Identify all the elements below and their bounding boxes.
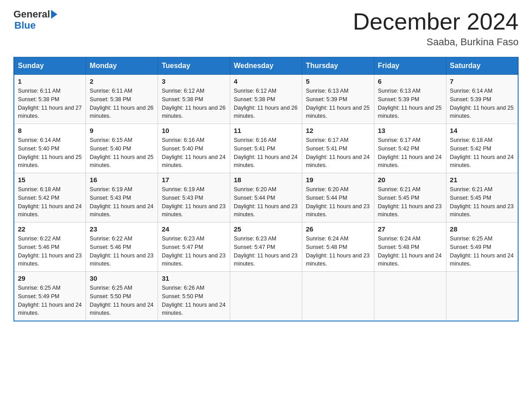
- logo-text-general: General: [13, 9, 50, 20]
- title-block: December 2024 Saaba, Burkina Faso: [353, 9, 519, 48]
- calendar-cell: 19Sunrise: 6:20 AMSunset: 5:44 PMDayligh…: [302, 173, 374, 223]
- day-number: 29: [18, 274, 82, 282]
- day-info: Sunrise: 6:17 AMSunset: 5:41 PMDaylight:…: [306, 136, 370, 170]
- header-saturday: Saturday: [446, 57, 518, 75]
- day-info: Sunrise: 6:17 AMSunset: 5:42 PMDaylight:…: [378, 136, 442, 170]
- calendar-cell: [446, 272, 518, 321]
- day-info: Sunrise: 6:25 AMSunset: 5:50 PMDaylight:…: [90, 284, 154, 317]
- calendar-cell: 5Sunrise: 6:13 AMSunset: 5:39 PMDaylight…: [302, 75, 374, 124]
- calendar-cell: 23Sunrise: 6:22 AMSunset: 5:46 PMDayligh…: [86, 223, 158, 272]
- day-info: Sunrise: 6:22 AMSunset: 5:46 PMDaylight:…: [18, 235, 82, 268]
- day-number: 24: [162, 225, 226, 233]
- day-number: 28: [450, 225, 514, 233]
- header-monday: Monday: [86, 57, 158, 75]
- day-number: 9: [90, 127, 154, 134]
- calendar-cell: 2Sunrise: 6:11 AMSunset: 5:38 PMDaylight…: [86, 75, 158, 124]
- calendar-cell: 22Sunrise: 6:22 AMSunset: 5:46 PMDayligh…: [14, 223, 86, 272]
- day-number: 4: [234, 77, 298, 85]
- day-info: Sunrise: 6:14 AMSunset: 5:40 PMDaylight:…: [18, 136, 82, 170]
- calendar-cell: 1Sunrise: 6:11 AMSunset: 5:38 PMDaylight…: [14, 75, 86, 124]
- day-number: 8: [18, 127, 82, 134]
- calendar-cell: 30Sunrise: 6:25 AMSunset: 5:50 PMDayligh…: [86, 272, 158, 321]
- calendar-cell: 26Sunrise: 6:24 AMSunset: 5:48 PMDayligh…: [302, 223, 374, 272]
- day-number: 7: [450, 77, 514, 85]
- calendar-cell: 21Sunrise: 6:21 AMSunset: 5:45 PMDayligh…: [446, 173, 518, 223]
- day-number: 21: [450, 176, 514, 184]
- day-number: 13: [378, 127, 442, 134]
- day-number: 1: [18, 77, 82, 85]
- calendar-table: SundayMondayTuesdayWednesdayThursdayFrid…: [13, 57, 519, 321]
- calendar-body: 1Sunrise: 6:11 AMSunset: 5:38 PMDaylight…: [14, 75, 518, 321]
- day-info: Sunrise: 6:12 AMSunset: 5:38 PMDaylight:…: [234, 87, 298, 120]
- calendar-cell: 31Sunrise: 6:26 AMSunset: 5:50 PMDayligh…: [158, 272, 230, 321]
- calendar-cell: 17Sunrise: 6:19 AMSunset: 5:43 PMDayligh…: [158, 173, 230, 223]
- day-info: Sunrise: 6:26 AMSunset: 5:50 PMDaylight:…: [162, 284, 226, 317]
- day-info: Sunrise: 6:24 AMSunset: 5:48 PMDaylight:…: [378, 235, 442, 268]
- calendar-cell: 27Sunrise: 6:24 AMSunset: 5:48 PMDayligh…: [374, 223, 446, 272]
- calendar-cell: 10Sunrise: 6:16 AMSunset: 5:40 PMDayligh…: [158, 124, 230, 173]
- day-number: 2: [90, 77, 154, 85]
- day-info: Sunrise: 6:19 AMSunset: 5:43 PMDaylight:…: [90, 185, 154, 219]
- calendar-cell: 18Sunrise: 6:20 AMSunset: 5:44 PMDayligh…: [230, 173, 302, 223]
- logo: General Blue: [13, 9, 57, 31]
- day-number: 31: [162, 274, 226, 282]
- day-info: Sunrise: 6:20 AMSunset: 5:44 PMDaylight:…: [234, 185, 298, 219]
- header-sunday: Sunday: [14, 57, 86, 75]
- calendar-cell: 16Sunrise: 6:19 AMSunset: 5:43 PMDayligh…: [86, 173, 158, 223]
- day-info: Sunrise: 6:13 AMSunset: 5:39 PMDaylight:…: [378, 87, 442, 120]
- calendar-cell: 20Sunrise: 6:21 AMSunset: 5:45 PMDayligh…: [374, 173, 446, 223]
- day-info: Sunrise: 6:18 AMSunset: 5:42 PMDaylight:…: [18, 185, 82, 219]
- calendar-cell: 28Sunrise: 6:25 AMSunset: 5:49 PMDayligh…: [446, 223, 518, 272]
- day-info: Sunrise: 6:13 AMSunset: 5:39 PMDaylight:…: [306, 87, 370, 120]
- calendar-cell: 29Sunrise: 6:25 AMSunset: 5:49 PMDayligh…: [14, 272, 86, 321]
- day-info: Sunrise: 6:23 AMSunset: 5:47 PMDaylight:…: [234, 235, 298, 268]
- header-row: SundayMondayTuesdayWednesdayThursdayFrid…: [14, 57, 518, 75]
- day-info: Sunrise: 6:24 AMSunset: 5:48 PMDaylight:…: [306, 235, 370, 268]
- calendar-cell: 15Sunrise: 6:18 AMSunset: 5:42 PMDayligh…: [14, 173, 86, 223]
- day-info: Sunrise: 6:11 AMSunset: 5:38 PMDaylight:…: [18, 87, 82, 120]
- day-info: Sunrise: 6:14 AMSunset: 5:39 PMDaylight:…: [450, 87, 514, 120]
- day-number: 20: [378, 176, 442, 184]
- day-number: 30: [90, 274, 154, 282]
- day-info: Sunrise: 6:23 AMSunset: 5:47 PMDaylight:…: [162, 235, 226, 268]
- calendar-cell: 4Sunrise: 6:12 AMSunset: 5:38 PMDaylight…: [230, 75, 302, 124]
- day-info: Sunrise: 6:19 AMSunset: 5:43 PMDaylight:…: [162, 185, 226, 219]
- calendar-cell: 13Sunrise: 6:17 AMSunset: 5:42 PMDayligh…: [374, 124, 446, 173]
- week-row-5: 29Sunrise: 6:25 AMSunset: 5:49 PMDayligh…: [14, 272, 518, 321]
- calendar-cell: 24Sunrise: 6:23 AMSunset: 5:47 PMDayligh…: [158, 223, 230, 272]
- header-friday: Friday: [374, 57, 446, 75]
- calendar-cell: 7Sunrise: 6:14 AMSunset: 5:39 PMDaylight…: [446, 75, 518, 124]
- day-number: 25: [234, 225, 298, 233]
- day-info: Sunrise: 6:21 AMSunset: 5:45 PMDaylight:…: [450, 185, 514, 219]
- day-info: Sunrise: 6:25 AMSunset: 5:49 PMDaylight:…: [450, 235, 514, 268]
- day-number: 5: [306, 77, 370, 85]
- day-info: Sunrise: 6:20 AMSunset: 5:44 PMDaylight:…: [306, 185, 370, 219]
- week-row-3: 15Sunrise: 6:18 AMSunset: 5:42 PMDayligh…: [14, 173, 518, 223]
- header-thursday: Thursday: [302, 57, 374, 75]
- calendar-cell: 12Sunrise: 6:17 AMSunset: 5:41 PMDayligh…: [302, 124, 374, 173]
- calendar-cell: [230, 272, 302, 321]
- calendar-cell: 25Sunrise: 6:23 AMSunset: 5:47 PMDayligh…: [230, 223, 302, 272]
- day-info: Sunrise: 6:11 AMSunset: 5:38 PMDaylight:…: [90, 87, 154, 120]
- day-info: Sunrise: 6:22 AMSunset: 5:46 PMDaylight:…: [90, 235, 154, 268]
- logo-text-blue: Blue: [14, 20, 57, 31]
- logo-arrow-icon: [51, 10, 57, 19]
- day-info: Sunrise: 6:21 AMSunset: 5:45 PMDaylight:…: [378, 185, 442, 219]
- day-number: 17: [162, 176, 226, 184]
- day-info: Sunrise: 6:15 AMSunset: 5:40 PMDaylight:…: [90, 136, 154, 170]
- month-title: December 2024: [353, 9, 519, 34]
- day-number: 23: [90, 225, 154, 233]
- week-row-4: 22Sunrise: 6:22 AMSunset: 5:46 PMDayligh…: [14, 223, 518, 272]
- calendar-cell: 3Sunrise: 6:12 AMSunset: 5:38 PMDaylight…: [158, 75, 230, 124]
- page-header: General Blue December 2024 Saaba, Burkin…: [13, 9, 519, 48]
- calendar-cell: 9Sunrise: 6:15 AMSunset: 5:40 PMDaylight…: [86, 124, 158, 173]
- day-number: 19: [306, 176, 370, 184]
- day-info: Sunrise: 6:16 AMSunset: 5:40 PMDaylight:…: [162, 136, 226, 170]
- location-label: Saaba, Burkina Faso: [353, 36, 519, 48]
- day-number: 11: [234, 127, 298, 134]
- header-tuesday: Tuesday: [158, 57, 230, 75]
- calendar-cell: 14Sunrise: 6:18 AMSunset: 5:42 PMDayligh…: [446, 124, 518, 173]
- day-info: Sunrise: 6:16 AMSunset: 5:41 PMDaylight:…: [234, 136, 298, 170]
- week-row-1: 1Sunrise: 6:11 AMSunset: 5:38 PMDaylight…: [14, 75, 518, 124]
- day-number: 22: [18, 225, 82, 233]
